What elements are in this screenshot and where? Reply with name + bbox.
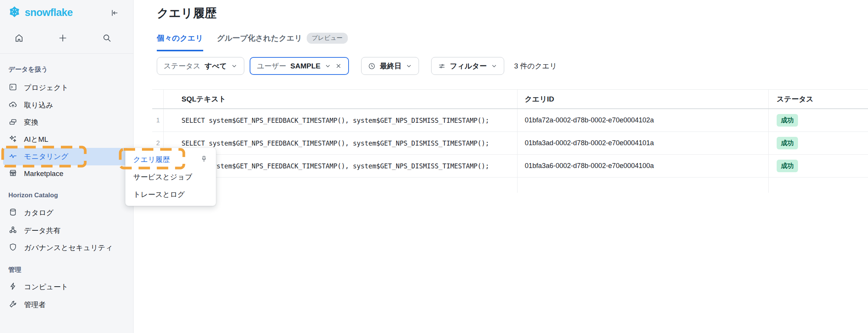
tab-bar: 個々のクエリ グループ化されたクエリ プレビュー (157, 33, 348, 51)
main-content: クエリ履歴 個々のクエリ グループ化されたクエリ プレビュー ステータス すべて… (134, 0, 868, 333)
sidebar-item-admin[interactable]: 管理者 (3, 296, 131, 314)
sidebar-item-data-sharing[interactable]: データ共有 (3, 222, 131, 239)
chevron-down-icon (491, 63, 497, 69)
filter-value: 最終日 (380, 61, 401, 71)
sidebar-item-label: コンピュート (24, 282, 68, 292)
sidebar-item-ai-ml[interactable]: AIとML (3, 131, 131, 148)
sidebar-item-transform[interactable]: 変換 (3, 114, 131, 131)
more-filters-button[interactable]: フィルター (431, 57, 504, 75)
preview-badge: プレビュー (307, 33, 348, 44)
sidebar-item-label: 管理者 (24, 300, 46, 310)
home-button[interactable] (14, 33, 24, 43)
table-row-empty (152, 178, 868, 193)
status-badge: 成功 (777, 160, 798, 172)
section-label-work-with-data: データを扱う (8, 64, 48, 75)
projects-icon (8, 82, 18, 94)
sql-text-cell: SELECT system$GET_NPS_FEEDBACK_TIMESTAMP… (164, 109, 518, 132)
user-filter-button[interactable]: ユーザー SAMPLE (250, 57, 349, 75)
status-filter-button[interactable]: ステータス すべて (157, 57, 244, 75)
page-title: クエリ履歴 (157, 5, 217, 21)
sql-text-cell: SELECT system$GET_NPS_FEEDBACK_TIMESTAMP… (164, 155, 518, 177)
sidebar-item-label: Marketplace (24, 170, 64, 178)
menu-item-label: サービスとジョブ (133, 172, 192, 182)
sidebar-item-label: AIとML (24, 135, 48, 144)
snowflake-icon (8, 5, 21, 20)
sidebar-item-monitoring[interactable]: モニタリング (3, 148, 131, 165)
table-header-row: SQLテキスト クエリID ステータス (152, 89, 868, 109)
sliders-icon (438, 62, 446, 70)
sidebar-item-ingestion[interactable]: 取り込み (3, 97, 131, 114)
transform-icon (8, 117, 18, 128)
snowflake-app: snowflake データを扱う プロジェクト 取り込み (0, 0, 868, 333)
chevron-down-icon (325, 63, 331, 69)
sidebar-item-label: モニタリング (24, 152, 68, 162)
lightning-icon (8, 282, 18, 293)
create-new-button[interactable] (57, 33, 68, 43)
table-row[interactable]: 2 SELECT system$GET_NPS_FEEDBACK_TIMESTA… (152, 132, 868, 155)
snowflake-logo[interactable]: snowflake (8, 5, 73, 20)
monitoring-icon (8, 151, 18, 162)
wrench-icon (8, 300, 18, 311)
sidebar-item-catalog[interactable]: カタログ (3, 204, 131, 222)
status-badge: 成功 (777, 137, 798, 149)
sidebar-item-label: データ共有 (24, 226, 61, 236)
sidebar-divider (0, 53, 133, 54)
sidebar-item-marketplace[interactable]: Marketplace (3, 165, 131, 182)
filter-label: ステータス (164, 61, 201, 71)
table-row[interactable]: 3 SELECT system$GET_NPS_FEEDBACK_TIMESTA… (152, 155, 868, 178)
table-row[interactable]: 1 SELECT system$GET_NPS_FEEDBACK_TIMESTA… (152, 109, 868, 132)
monitoring-submenu: クエリ履歴 サービスとジョブ トレースとログ (125, 147, 216, 206)
marketplace-icon (8, 168, 18, 179)
chevron-down-icon (406, 63, 412, 69)
shield-icon (8, 243, 18, 254)
filter-label: ユーザー (257, 61, 286, 71)
menu-item-label: トレースとログ (133, 190, 185, 200)
filter-bar: ステータス すべて ユーザー SAMPLE 最終日 フィルター 3 件のクエ (157, 57, 557, 75)
query-id-cell: 01bfa72a-0002-d78b-0002-e70e0004102a (518, 109, 769, 132)
sidebar-item-label: 変換 (24, 117, 38, 127)
date-range-filter-button[interactable]: 最終日 (361, 57, 419, 75)
section-label-horizon-catalog: Horizon Catalog (8, 190, 58, 201)
row-number-header (152, 90, 164, 108)
catalog-icon (8, 208, 18, 219)
tab-label: 個々のクエリ (157, 33, 203, 43)
ai-ml-icon (8, 134, 18, 145)
tab-individual-queries[interactable]: 個々のクエリ (157, 33, 203, 51)
sidebar-item-compute[interactable]: コンピュート (3, 278, 131, 296)
column-header-status[interactable]: ステータス (769, 90, 868, 108)
query-id-cell: 01bfa3ad-0002-d78b-0002-e70e0004101a (518, 132, 769, 154)
tab-grouped-queries[interactable]: グループ化されたクエリ プレビュー (217, 33, 348, 51)
clock-icon (368, 62, 376, 70)
sidebar-item-label: プロジェクト (24, 83, 68, 93)
tab-label: グループ化されたクエリ (217, 33, 302, 43)
query-count: 3 件のクエリ (514, 61, 557, 71)
sql-text-cell: SELECT system$GET_NPS_FEEDBACK_TIMESTAMP… (164, 132, 518, 154)
menu-item-label: クエリ履歴 (133, 155, 170, 165)
status-badge: 成功 (777, 114, 798, 127)
section-label-admin: 管理 (8, 264, 21, 276)
menu-item-query-history[interactable]: クエリ履歴 (126, 151, 216, 168)
search-icon[interactable] (102, 33, 112, 43)
close-icon[interactable] (335, 63, 342, 69)
column-header-query-id[interactable]: クエリID (518, 90, 769, 108)
data-sharing-icon (8, 225, 18, 236)
sidebar-item-projects[interactable]: プロジェクト (3, 79, 131, 97)
column-header-sql[interactable]: SQLテキスト (164, 90, 518, 108)
pin-icon[interactable] (200, 155, 208, 165)
filter-value: フィルター (450, 61, 487, 71)
query-id-cell: 01bfa3a6-0002-d78b-0002-e70e0004100a (518, 155, 769, 177)
chevron-down-icon (231, 63, 237, 69)
logo-text: snowflake (25, 7, 73, 19)
menu-item-traces-logs[interactable]: トレースとログ (126, 186, 216, 203)
filter-value: SAMPLE (290, 62, 320, 70)
filter-value: すべて (205, 61, 227, 71)
sidebar-item-governance-security[interactable]: ガバナンスとセキュリティ (3, 239, 131, 257)
sidebar-item-label: 取り込み (24, 100, 53, 110)
collapse-sidebar-icon[interactable] (109, 8, 119, 18)
sidebar: snowflake データを扱う プロジェクト 取り込み (0, 0, 134, 333)
row-number: 1 (152, 109, 164, 132)
sidebar-item-label: ガバナンスとセキュリティ (24, 243, 113, 253)
ingestion-icon (8, 100, 18, 111)
query-history-table: SQLテキスト クエリID ステータス 1 SELECT system$GET_… (152, 89, 868, 193)
menu-item-services-jobs[interactable]: サービスとジョブ (126, 168, 216, 186)
